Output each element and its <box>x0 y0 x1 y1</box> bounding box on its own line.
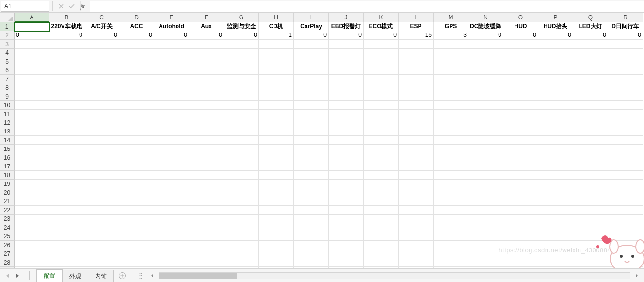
cell[interactable] <box>434 188 468 197</box>
cell[interactable] <box>154 110 189 118</box>
column-header[interactable]: J <box>329 13 364 22</box>
column-header[interactable]: R <box>608 13 643 22</box>
row-header[interactable]: 15 <box>0 145 15 153</box>
row-header[interactable]: 10 <box>0 101 15 110</box>
cell[interactable] <box>15 249 49 258</box>
cell[interactable] <box>259 83 294 92</box>
cell[interactable] <box>538 223 573 232</box>
cell[interactable] <box>608 110 643 118</box>
cell[interactable] <box>434 145 468 153</box>
cell[interactable] <box>399 249 434 258</box>
cell[interactable] <box>608 171 643 180</box>
row-header[interactable]: 20 <box>0 188 15 197</box>
cell[interactable] <box>468 66 503 75</box>
cell[interactable] <box>608 162 643 171</box>
cell[interactable] <box>224 171 259 180</box>
cell[interactable] <box>84 241 119 249</box>
cell[interactable] <box>608 118 643 127</box>
cell[interactable] <box>364 206 399 215</box>
cell[interactable] <box>538 101 573 110</box>
cell[interactable] <box>259 232 294 241</box>
cell[interactable] <box>399 258 434 267</box>
cell[interactable] <box>154 171 189 180</box>
cell[interactable] <box>468 145 503 153</box>
cell[interactable] <box>468 258 503 267</box>
cell[interactable] <box>119 223 154 232</box>
cell[interactable]: 0 <box>364 31 399 40</box>
cell[interactable] <box>329 188 364 197</box>
cell[interactable] <box>189 206 224 215</box>
cell[interactable] <box>573 232 608 241</box>
cell[interactable] <box>434 110 468 118</box>
cell[interactable] <box>49 188 84 197</box>
cell[interactable]: 0 <box>294 31 329 40</box>
cell[interactable] <box>608 153 643 162</box>
cell[interactable] <box>189 145 224 153</box>
row-header[interactable]: 8 <box>0 83 15 92</box>
cell[interactable] <box>119 83 154 92</box>
cell[interactable] <box>364 75 399 83</box>
cell[interactable] <box>573 249 608 258</box>
cell[interactable] <box>503 127 538 136</box>
cell[interactable] <box>294 136 329 145</box>
cell[interactable] <box>84 180 119 188</box>
cell[interactable] <box>503 232 538 241</box>
cell[interactable] <box>329 232 364 241</box>
row-header[interactable]: 7 <box>0 75 15 83</box>
row-header[interactable]: 23 <box>0 215 15 223</box>
cell[interactable] <box>399 92 434 101</box>
cell[interactable]: 监测与安全 <box>224 22 259 31</box>
cell[interactable] <box>468 75 503 83</box>
cell[interactable] <box>49 171 84 180</box>
column-header[interactable]: O <box>503 13 538 22</box>
cell[interactable] <box>364 110 399 118</box>
cell[interactable] <box>503 267 538 269</box>
cell[interactable] <box>84 162 119 171</box>
cell[interactable] <box>49 145 84 153</box>
cell[interactable] <box>573 241 608 249</box>
row-header[interactable]: 1 <box>0 22 15 31</box>
cell[interactable] <box>329 258 364 267</box>
cell[interactable] <box>154 249 189 258</box>
row-header[interactable]: 12 <box>0 118 15 127</box>
cell[interactable] <box>224 110 259 118</box>
cell[interactable]: Aux <box>189 22 224 31</box>
cells-area[interactable]: 220V车载电A/C开关ACCAutoholdAux监测与安全CD机CarPla… <box>15 22 644 268</box>
cell[interactable] <box>468 197 503 206</box>
row-header[interactable]: 9 <box>0 92 15 101</box>
cell[interactable] <box>364 101 399 110</box>
cell[interactable] <box>573 223 608 232</box>
row-header[interactable]: 24 <box>0 223 15 232</box>
enter-button[interactable] <box>66 1 77 12</box>
select-all-corner[interactable] <box>0 13 15 22</box>
cell[interactable] <box>189 83 224 92</box>
cell[interactable] <box>154 136 189 145</box>
sheet-tab[interactable]: 外观 <box>62 270 88 282</box>
cell[interactable] <box>49 92 84 101</box>
cell[interactable] <box>224 162 259 171</box>
cell[interactable] <box>399 101 434 110</box>
cell[interactable] <box>503 57 538 66</box>
cell[interactable] <box>434 267 468 269</box>
cell[interactable] <box>608 206 643 215</box>
cell[interactable] <box>224 249 259 258</box>
cell[interactable] <box>119 188 154 197</box>
cell[interactable] <box>15 66 49 75</box>
cell[interactable] <box>468 171 503 180</box>
cell[interactable] <box>259 171 294 180</box>
cell[interactable] <box>84 153 119 162</box>
cell[interactable] <box>15 75 49 83</box>
cell[interactable]: ACC <box>119 22 154 31</box>
cell[interactable] <box>294 153 329 162</box>
cell[interactable] <box>119 145 154 153</box>
cell[interactable] <box>189 127 224 136</box>
cell[interactable] <box>329 267 364 269</box>
cell[interactable] <box>49 249 84 258</box>
cell[interactable] <box>364 40 399 49</box>
cell[interactable] <box>224 215 259 223</box>
cell[interactable] <box>503 215 538 223</box>
add-sheet-button[interactable] <box>116 269 128 282</box>
cell[interactable] <box>49 267 84 269</box>
cell[interactable] <box>154 180 189 188</box>
column-header[interactable]: P <box>538 13 573 22</box>
